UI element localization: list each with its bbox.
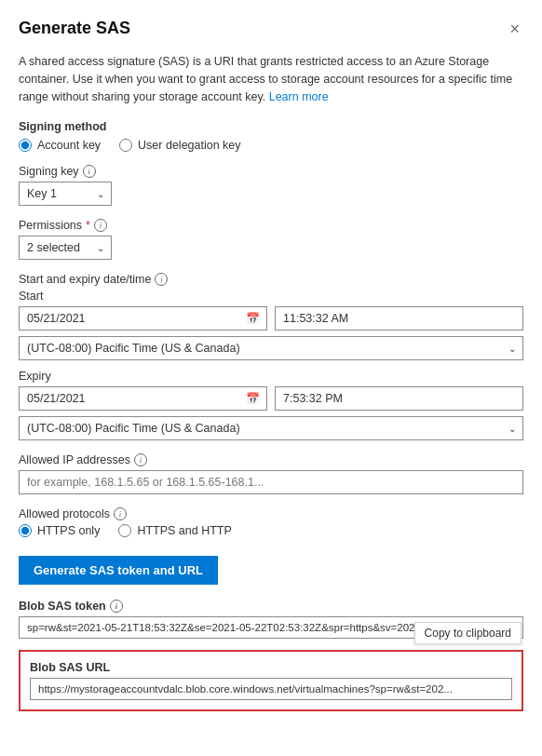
description-text: A shared access signature (SAS) is a URI… xyxy=(19,53,523,105)
user-delegation-key-option[interactable]: User delegation key xyxy=(119,139,240,152)
account-key-option[interactable]: Account key xyxy=(19,139,101,152)
start-timezone-wrapper: (UTC-08:00) Pacific Time (US & Canada) ⌄ xyxy=(19,336,523,360)
expiry-date-input[interactable] xyxy=(19,386,267,411)
expiry-timezone-select[interactable]: (UTC-08:00) Pacific Time (US & Canada) xyxy=(19,416,523,440)
permissions-select[interactable]: 2 selected xyxy=(19,236,112,260)
start-date-input[interactable] xyxy=(19,306,267,331)
dialog-header: Generate SAS × xyxy=(19,19,523,38)
signing-key-info-icon[interactable]: i xyxy=(83,165,96,178)
expiry-date-time-row: 📅 xyxy=(19,386,523,411)
protocols-radio-group: HTTPS only HTTPS and HTTP xyxy=(19,524,523,537)
copy-to-clipboard-tooltip: Copy to clipboard xyxy=(414,622,522,644)
start-expiry-label: Start and expiry date/time i xyxy=(19,273,523,286)
account-key-label: Account key xyxy=(37,139,101,152)
generate-sas-button[interactable]: Generate SAS token and URL xyxy=(19,556,218,585)
expiry-time-input[interactable] xyxy=(275,386,523,411)
https-only-label: HTTPS only xyxy=(37,524,100,537)
blob-sas-token-label: Blob SAS token i xyxy=(19,600,523,613)
expiry-time-wrapper xyxy=(275,386,523,411)
signing-method-section: Signing method Account key User delegati… xyxy=(19,120,523,152)
permissions-select-wrapper: 2 selected ⌄ xyxy=(19,236,112,260)
signing-key-section: Signing key i Key 1 Key 2 ⌄ xyxy=(19,165,523,206)
permissions-required-indicator: * xyxy=(86,219,90,232)
start-time-input[interactable] xyxy=(275,306,523,331)
learn-more-link[interactable]: Learn more xyxy=(269,90,329,103)
allowed-ip-section: Allowed IP addresses i xyxy=(19,453,523,494)
expiry-timezone-wrapper: (UTC-08:00) Pacific Time (US & Canada) ⌄ xyxy=(19,416,523,440)
allowed-ip-label: Allowed IP addresses i xyxy=(19,453,523,466)
allowed-protocols-section: Allowed protocols i HTTPS only HTTPS and… xyxy=(19,507,523,537)
user-delegation-label: User delegation key xyxy=(138,139,240,152)
blob-sas-url-label: Blob SAS URL xyxy=(30,661,512,674)
https-only-radio[interactable] xyxy=(19,524,32,537)
blob-sas-url-section: Copy to clipboard Blob SAS URL https://m… xyxy=(19,650,523,711)
blob-sas-url-value: https://mystorageaccountvdalc.blob.core.… xyxy=(30,678,512,700)
permissions-label: Permissions * i xyxy=(19,219,523,232)
signing-key-select-wrapper: Key 1 Key 2 ⌄ xyxy=(19,182,112,206)
allowed-ip-input[interactable] xyxy=(19,470,523,494)
start-time-wrapper xyxy=(275,306,523,331)
start-date-wrapper: 📅 xyxy=(19,306,267,331)
allowed-protocols-info-icon[interactable]: i xyxy=(114,507,127,520)
expiry-label: Expiry xyxy=(19,370,523,383)
signing-key-label: Signing key i xyxy=(19,165,523,178)
https-http-radio[interactable] xyxy=(118,524,131,537)
expiry-date-wrapper: 📅 xyxy=(19,386,267,411)
start-expiry-info-icon[interactable]: i xyxy=(155,273,168,286)
blob-sas-token-info-icon[interactable]: i xyxy=(110,600,123,613)
close-button[interactable]: × xyxy=(506,20,523,37)
start-expiry-section: Start and expiry date/time i Start 📅 (UT… xyxy=(19,273,523,440)
start-label: Start xyxy=(19,290,523,303)
generate-sas-dialog: Generate SAS × A shared access signature… xyxy=(0,0,542,756)
permissions-section: Permissions * i 2 selected ⌄ xyxy=(19,219,523,260)
https-only-option[interactable]: HTTPS only xyxy=(19,524,100,537)
https-http-label: HTTPS and HTTP xyxy=(137,524,231,537)
start-timezone-select[interactable]: (UTC-08:00) Pacific Time (US & Canada) xyxy=(19,336,523,360)
signing-method-radio-group: Account key User delegation key xyxy=(19,139,523,152)
https-http-option[interactable]: HTTPS and HTTP xyxy=(118,524,231,537)
allowed-protocols-label: Allowed protocols i xyxy=(19,507,523,520)
account-key-radio[interactable] xyxy=(19,139,32,152)
user-delegation-radio[interactable] xyxy=(119,139,132,152)
signing-key-select[interactable]: Key 1 Key 2 xyxy=(19,182,112,206)
permissions-info-icon[interactable]: i xyxy=(94,219,107,232)
signing-method-label: Signing method xyxy=(19,120,523,133)
start-date-time-row: 📅 xyxy=(19,306,523,331)
dialog-title: Generate SAS xyxy=(19,19,130,38)
allowed-ip-info-icon[interactable]: i xyxy=(134,453,147,466)
